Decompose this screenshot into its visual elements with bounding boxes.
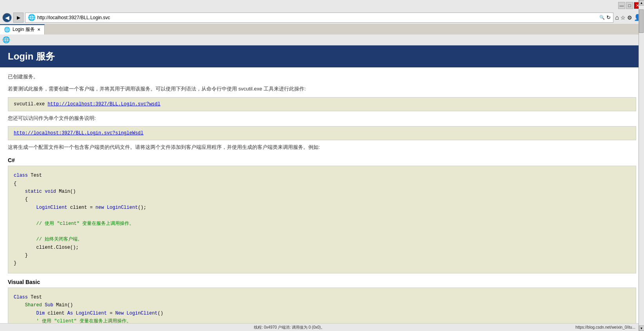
single-wsdl-link[interactable]: http://localhost:3927/BLL.Login.svc?sing… bbox=[14, 130, 143, 136]
tab-title: Login 服务 bbox=[13, 26, 35, 33]
refresh-icon[interactable]: ↻ bbox=[606, 14, 611, 20]
title-bar: — □ ✕ bbox=[0, 0, 644, 11]
cs-kw-new: new bbox=[96, 205, 104, 210]
cs-code-block: class Test { static void Main() { LoginC… bbox=[8, 166, 636, 273]
settings-icon[interactable]: ⚙ bbox=[627, 14, 632, 21]
scroll-down-arrow[interactable]: ▼ bbox=[639, 326, 644, 331]
single-wsdl-box: http://localhost:3927/BLL.Login.svc?sing… bbox=[8, 126, 636, 140]
vb-loginclient-2: LoginClient bbox=[127, 311, 157, 316]
para3: 您还可以访问作为单个文件的服务说明: bbox=[8, 114, 636, 123]
toolbar-bar: 🌐 bbox=[0, 34, 644, 45]
address-bar[interactable]: 🌐 🔍 ↻ bbox=[25, 13, 613, 23]
vb-section-title: Visual Basic bbox=[8, 279, 636, 285]
svcutil-command-box: svcutil.exe http://localhost:3927/BLL.Lo… bbox=[8, 97, 636, 111]
page-header: Login 服务 bbox=[0, 45, 644, 67]
back-button[interactable]: ◀ bbox=[2, 13, 12, 22]
wsdl-link[interactable]: http://localhost:3927/BLL.Login.svc?wsdl bbox=[47, 101, 160, 107]
para1: 已创建服务。 bbox=[8, 73, 636, 81]
tab-close-button[interactable]: ✕ bbox=[37, 27, 40, 32]
favorites-icon[interactable]: ☆ bbox=[620, 14, 626, 21]
status-bar: 线程: 0x4970 户端消: 调用值为 0 (0x0)。 https://bl… bbox=[0, 323, 639, 331]
ie-icon: 🌐 bbox=[28, 14, 36, 21]
minimize-button[interactable]: — bbox=[618, 2, 625, 9]
vb-kw-as: As bbox=[67, 311, 73, 316]
cs-kw-static: static bbox=[25, 189, 42, 194]
status-url: https://blog.csdn.net/weixin_0/itu... bbox=[575, 325, 635, 329]
cs-loginclient-1: LoginClient bbox=[36, 205, 67, 210]
svcutil-prefix: svcutil.exe bbox=[14, 101, 47, 107]
scroll-thumb[interactable] bbox=[639, 9, 644, 33]
scroll-track bbox=[639, 5, 644, 326]
page-title: Login 服务 bbox=[8, 51, 55, 61]
ie-logo: 🌐 bbox=[2, 36, 10, 43]
scrollbar-right[interactable]: ▲ ▼ bbox=[639, 0, 644, 331]
cs-comment-1: // 使用 "client" 变量在服务上调用操作。 bbox=[36, 221, 134, 226]
para4: 这将生成一个配置文件和一个包含客户端类的代码文件。请将这两个文件添加到客户端应用… bbox=[8, 143, 636, 152]
status-right: 线程: 0x4970 户端消: 调用值为 0 (0x0)。 bbox=[254, 325, 325, 330]
home-icon[interactable]: ⌂ bbox=[615, 14, 619, 21]
search-icon: 🔍 bbox=[599, 15, 605, 20]
scroll-up-arrow[interactable]: ▲ bbox=[639, 0, 644, 5]
cs-comment-2: // 始终关闭客户端。 bbox=[36, 237, 83, 242]
vb-kw-dim: Dim bbox=[36, 311, 45, 316]
vb-kw-shared: Shared bbox=[25, 302, 42, 308]
maximize-button[interactable]: □ bbox=[626, 2, 633, 9]
cs-kw-void: void bbox=[45, 189, 56, 194]
tab-bar: 🌐 Login 服务 ✕ bbox=[0, 24, 644, 34]
forward-button[interactable]: ▶ bbox=[13, 13, 24, 23]
vb-kw-class: Class bbox=[14, 295, 28, 300]
cs-loginclient-2: LoginClient bbox=[107, 205, 138, 210]
cs-kw-class: class bbox=[14, 173, 28, 178]
tab-login-service[interactable]: 🌐 Login 服务 ✕ bbox=[0, 24, 45, 34]
vb-kw-new: New bbox=[115, 311, 124, 316]
tab-ie-icon: 🌐 bbox=[4, 27, 10, 33]
nav-bar: ◀ ▶ 🌐 🔍 ↻ ⌂ ☆ ⚙ 👤 bbox=[0, 11, 644, 24]
vb-kw-sub: Sub bbox=[45, 302, 53, 308]
content-body: 已创建服务。 若要测试此服务，需要创建一个客户端，并将其用于调用该服务。可以使用… bbox=[0, 67, 644, 331]
cs-section-title: C# bbox=[8, 157, 636, 163]
vb-loginclient-1: LoginClient bbox=[76, 311, 107, 316]
address-input[interactable] bbox=[37, 15, 598, 20]
browser-window: — □ ✕ ◀ ▶ 🌐 🔍 ↻ ⌂ ☆ ⚙ 👤 🌐 Login 服务 ✕ 🌐 L… bbox=[0, 0, 644, 331]
para2: 若要测试此服务，需要创建一个客户端，并将其用于调用该服务。可以使用下列语法，从命… bbox=[8, 85, 636, 93]
